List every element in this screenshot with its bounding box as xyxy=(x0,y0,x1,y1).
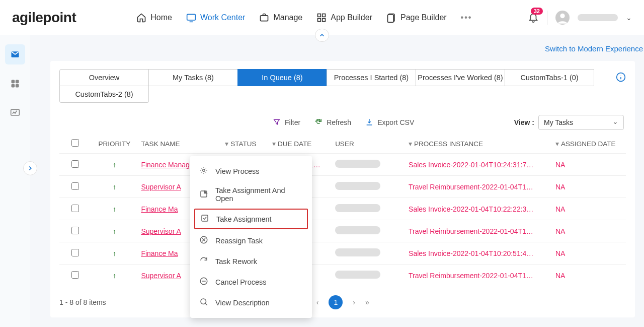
filter-icon: ▾ xyxy=(272,140,276,148)
tab-processes-worked[interactable]: Processes I've Worked (8) xyxy=(416,69,505,86)
task-name-link[interactable]: Supervisor A xyxy=(141,272,181,280)
task-name-link[interactable]: Supervisor A xyxy=(141,183,181,191)
nav-work-center-label: Work Center xyxy=(200,13,246,22)
filter-button[interactable]: Filter xyxy=(273,118,300,127)
menu-item-label: Take Assignment And Open xyxy=(215,186,303,203)
tab-overview[interactable]: Overview xyxy=(59,69,149,86)
process-instance-link[interactable]: Sales Invoice-2022-01-04T10:20:51:4… xyxy=(409,249,533,257)
briefcase-icon xyxy=(259,13,269,23)
tabs: Overview My Tasks (8) In Queue (8) Proce… xyxy=(59,69,626,103)
sidebar-analytics[interactable] xyxy=(5,103,25,123)
nav-work-center[interactable]: Work Center xyxy=(186,13,246,23)
context-menu-item-view-description[interactable]: View Description xyxy=(190,292,312,313)
user-redacted xyxy=(335,271,380,279)
col-status[interactable]: ▾STATUS xyxy=(222,134,269,154)
pager-page-1[interactable]: 1 xyxy=(329,295,343,309)
pager-prev[interactable]: ‹ xyxy=(316,298,319,306)
pager: 1 - 8 of 8 items « ‹ 1 › » xyxy=(59,295,626,309)
col-task-name[interactable]: TASK NAME xyxy=(138,134,222,154)
context-menu-item-task-rework[interactable]: Task Rework xyxy=(190,251,312,272)
sidebar xyxy=(0,35,30,327)
switch-experience-link[interactable]: Switch to Modern Experience xyxy=(30,44,644,53)
pager-next[interactable]: › xyxy=(353,298,355,306)
assigned-date-value: NA xyxy=(555,161,565,169)
nav-more[interactable]: ••• xyxy=(461,13,472,23)
col-assigned-date[interactable]: ▾ASSIGNED DATE xyxy=(552,134,626,154)
table-row[interactable]: ↑Finance Ma05 1…Sales Invoice-2022-01-04… xyxy=(59,198,626,220)
tab-custom-2[interactable]: CustomTabs-2 (8) xyxy=(59,86,149,103)
table-row[interactable]: ↑Supervisor A05 1…Travel Reimbursement-2… xyxy=(59,265,626,287)
table-row[interactable]: ↑Supervisor A05 1…Travel Reimbursement-2… xyxy=(59,176,626,198)
col-process-instance[interactable]: ▾PROCESS INSTANCE xyxy=(406,134,552,154)
row-checkbox[interactable] xyxy=(71,249,79,256)
svg-rect-4 xyxy=(318,19,321,22)
refresh-button[interactable]: Refresh xyxy=(314,118,351,127)
task-name-link[interactable]: Finance Ma xyxy=(141,249,178,257)
svg-point-9 xyxy=(560,14,565,18)
assigned-date-value: NA xyxy=(555,205,565,213)
svg-rect-15 xyxy=(11,109,20,115)
tab-in-queue[interactable]: In Queue (8) xyxy=(237,69,327,86)
svg-point-22 xyxy=(201,299,206,304)
nav-home[interactable]: Home xyxy=(136,13,172,23)
context-menu-item-take-assignment-and-open[interactable]: Take Assignment And Open xyxy=(190,181,312,208)
process-instance-link[interactable]: Travel Reimbursement-2022-01-04T1… xyxy=(409,227,533,235)
context-menu-item-reassign-task[interactable]: Reassign Task xyxy=(190,230,312,251)
svg-rect-11 xyxy=(12,80,15,84)
process-instance-link[interactable]: Travel Reimbursement-2022-01-04T1… xyxy=(409,272,533,280)
menu-item-label: Take Assignment xyxy=(216,215,272,223)
chevron-down-icon[interactable]: ⌄ xyxy=(626,14,632,22)
refresh-label: Refresh xyxy=(327,118,351,126)
avatar-icon[interactable] xyxy=(555,11,570,25)
nav-manage-label: Manage xyxy=(273,13,302,22)
collapse-header-button[interactable] xyxy=(315,29,329,42)
table-row[interactable]: ↑Finance Ma05 1…Sales Invoice-2022-01-04… xyxy=(59,242,626,265)
filter-icon: ▾ xyxy=(225,140,228,148)
row-checkbox[interactable] xyxy=(71,271,79,279)
chevron-up-icon xyxy=(318,32,326,39)
table-row[interactable]: ↑Finance Manager A…New2022/01/05 1…Sales… xyxy=(59,154,626,176)
process-instance-link[interactable]: Travel Reimbursement-2022-01-04T1… xyxy=(409,183,533,191)
info-icon[interactable] xyxy=(616,72,626,84)
col-priority[interactable]: PRIORITY xyxy=(91,134,138,154)
refresh-icon xyxy=(314,118,323,127)
analytics-icon xyxy=(10,108,20,118)
col-due-date[interactable]: ▾DUE DATE xyxy=(269,134,332,154)
tab-my-tasks[interactable]: My Tasks (8) xyxy=(148,69,238,86)
context-menu-item-cancel-process[interactable]: Cancel Process xyxy=(190,272,312,292)
export-csv-button[interactable]: Export CSV xyxy=(365,118,414,127)
tab-custom-1[interactable]: CustomTabs-1 (0) xyxy=(505,69,594,86)
svg-rect-2 xyxy=(318,14,321,17)
nav-home-label: Home xyxy=(150,13,172,22)
process-instance-link[interactable]: Sales Invoice-2022-01-04T10:24:31:7… xyxy=(409,161,533,169)
menu-item-label: Reassign Task xyxy=(215,237,263,245)
task-name-link[interactable]: Supervisor A xyxy=(141,227,181,235)
view-label: View : xyxy=(514,118,534,126)
row-checkbox[interactable] xyxy=(71,182,79,190)
row-checkbox[interactable] xyxy=(71,205,79,212)
sidebar-apps[interactable] xyxy=(5,74,25,94)
content-card: Overview My Tasks (8) In Queue (8) Proce… xyxy=(50,61,635,317)
tab-processes-started[interactable]: Processes I Started (8) xyxy=(327,69,416,86)
pager-last[interactable]: » xyxy=(365,298,369,306)
process-instance-link[interactable]: Sales Invoice-2022-01-04T10:22:22:3… xyxy=(409,205,533,213)
task-name-link[interactable]: Finance Ma xyxy=(141,205,178,213)
row-checkbox[interactable] xyxy=(71,160,79,168)
col-user[interactable]: USER xyxy=(332,134,406,154)
select-all-checkbox[interactable] xyxy=(71,139,79,147)
sidebar-inbox[interactable] xyxy=(5,44,25,64)
user-redacted xyxy=(335,204,380,212)
nav-app-builder[interactable]: App Builder xyxy=(316,13,372,23)
row-checkbox[interactable] xyxy=(71,227,79,234)
nav-page-builder[interactable]: Page Builder xyxy=(386,13,447,23)
divider xyxy=(547,11,547,25)
table-row[interactable]: ↑Supervisor A05 1…Travel Reimbursement-2… xyxy=(59,220,626,242)
nav-manage[interactable]: Manage xyxy=(259,13,302,23)
user-name-redacted xyxy=(578,14,618,21)
filter-label: Filter xyxy=(285,118,300,126)
context-menu-item-take-assignment[interactable]: Take Assignment xyxy=(194,209,308,229)
task-table: PRIORITY TASK NAME ▾STATUS ▾DUE DATE USE… xyxy=(59,134,626,286)
notifications[interactable]: 32 xyxy=(528,12,539,24)
context-menu-item-view-process[interactable]: View Process xyxy=(190,161,312,181)
view-select[interactable]: My Tasks xyxy=(538,115,624,130)
